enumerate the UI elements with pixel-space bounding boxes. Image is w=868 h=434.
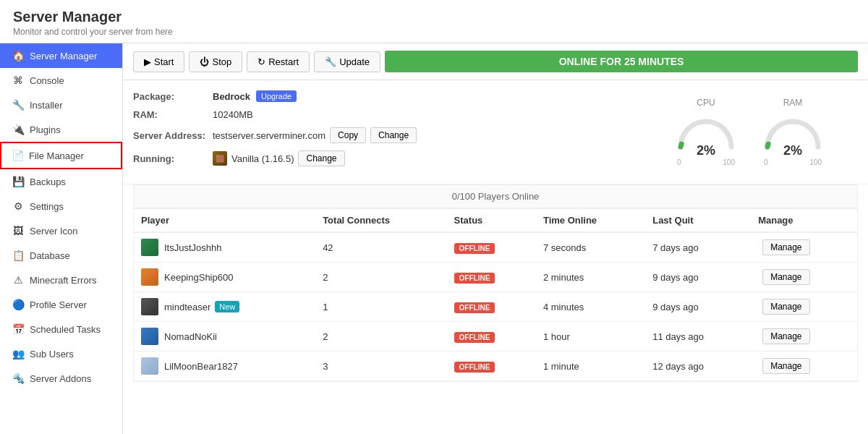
sidebar-item-settings[interactable]: ⚙Settings bbox=[0, 194, 122, 218]
status-cell: OFFLINE bbox=[447, 263, 536, 292]
sidebar-icon-server-icon: 🖼 bbox=[12, 225, 24, 237]
players-table-wrapper: Player Total Connects Status Time Online… bbox=[133, 208, 858, 382]
col-status: Status bbox=[447, 209, 536, 232]
player-avatar bbox=[141, 328, 158, 345]
sidebar-icon-backups: 💾 bbox=[12, 176, 24, 187]
sidebar-item-server-icon[interactable]: 🖼Server Icon bbox=[0, 218, 122, 243]
sidebar-label-backups: Backups bbox=[30, 176, 66, 187]
sidebar-label-server-icon: Server Icon bbox=[30, 226, 77, 237]
address-row: Server Address: testserver.serverminer.c… bbox=[133, 127, 626, 143]
restart-button[interactable]: ↻ Restart bbox=[247, 51, 310, 72]
start-icon: ▶ bbox=[144, 56, 151, 67]
sidebar-icon-server-manager: 🏠 bbox=[12, 50, 24, 61]
sidebar-icon-settings: ⚙ bbox=[12, 200, 24, 212]
package-row: Package: Bedrock Upgrade bbox=[133, 90, 626, 102]
sidebar: 🏠Server Manager⌘Console🔧Installer🔌Plugin… bbox=[0, 43, 123, 434]
manage-button[interactable]: Manage bbox=[762, 239, 809, 255]
table-row: KeepingShip600 2 OFFLINE 2 minutes 9 day… bbox=[134, 263, 857, 292]
player-cell: ItsJustJoshhh bbox=[134, 232, 315, 263]
sidebar-icon-scheduled-tasks: 📅 bbox=[12, 323, 24, 335]
players-tbody: ItsJustJoshhh 42 OFFLINE 7 seconds 7 day… bbox=[134, 232, 857, 381]
player-cell: LilMoonBear1827 bbox=[134, 352, 315, 381]
status-bar: ONLINE FOR 25 MINUTES bbox=[385, 51, 858, 72]
status-cell: OFFLINE bbox=[447, 292, 536, 322]
connects-cell: 2 bbox=[315, 322, 446, 352]
manage-cell: Manage bbox=[751, 292, 857, 322]
connects-cell: 42 bbox=[315, 232, 446, 263]
sidebar-item-profile-server[interactable]: 🔵Profile Server bbox=[0, 292, 122, 317]
sidebar-icon-server-addons: 🔩 bbox=[12, 373, 24, 384]
sidebar-label-profile-server: Profile Server bbox=[30, 299, 87, 310]
content-area: ▶ Start ⏻ Stop ↻ Restart 🔧 Update ONLINE… bbox=[123, 43, 868, 434]
toolbar: ▶ Start ⏻ Stop ↻ Restart 🔧 Update ONLINE… bbox=[123, 43, 868, 80]
player-name: NomadNoKii bbox=[164, 331, 217, 342]
player-avatar bbox=[141, 268, 158, 286]
table-row: ItsJustJoshhh 42 OFFLINE 7 seconds 7 day… bbox=[134, 232, 857, 263]
status-cell: OFFLINE bbox=[447, 322, 536, 352]
manage-button[interactable]: Manage bbox=[762, 299, 809, 315]
sidebar-icon-plugins: 🔌 bbox=[12, 124, 24, 135]
status-badge: OFFLINE bbox=[454, 362, 495, 373]
sidebar-item-database[interactable]: 📋Database bbox=[0, 243, 122, 268]
table-row: NomadNoKii 2 OFFLINE 1 hour 11 days ago … bbox=[134, 322, 857, 352]
col-time: Time Online bbox=[536, 209, 645, 232]
sidebar-label-console: Console bbox=[30, 75, 64, 86]
player-name: KeepingShip600 bbox=[164, 272, 233, 283]
status-badge: OFFLINE bbox=[454, 332, 495, 343]
connects-cell: 2 bbox=[315, 263, 446, 292]
start-button[interactable]: ▶ Start bbox=[133, 51, 184, 72]
sidebar-label-file-manager: File Manager bbox=[29, 150, 84, 161]
status-cell: OFFLINE bbox=[447, 232, 536, 263]
players-section: 0/100 Players Online Player Total Connec… bbox=[123, 184, 868, 392]
sidebar-label-settings: Settings bbox=[30, 201, 64, 212]
time-cell: 1 minute bbox=[536, 352, 645, 381]
copy-button[interactable]: Copy bbox=[330, 127, 366, 143]
sidebar-item-scheduled-tasks[interactable]: 📅Scheduled Tasks bbox=[0, 317, 122, 341]
manage-button[interactable]: Manage bbox=[762, 269, 809, 285]
status-badge: OFFLINE bbox=[454, 302, 495, 313]
col-quit: Last Quit bbox=[645, 209, 751, 232]
time-cell: 1 hour bbox=[536, 322, 645, 352]
sidebar-icon-profile-server: 🔵 bbox=[12, 299, 24, 310]
sidebar-icon-minecraft-errors: ⚠ bbox=[12, 274, 24, 286]
sidebar-item-server-addons[interactable]: 🔩Server Addons bbox=[0, 366, 122, 391]
page-title: Server Manager bbox=[13, 9, 855, 25]
time-cell: 4 minutes bbox=[536, 292, 645, 322]
player-cell: NomadNoKii bbox=[134, 322, 315, 352]
sidebar-item-installer[interactable]: 🔧Installer bbox=[0, 93, 122, 117]
quit-cell: 12 days ago bbox=[645, 352, 751, 381]
sidebar-label-installer: Installer bbox=[30, 100, 63, 111]
col-connects: Total Connects bbox=[315, 209, 446, 232]
status-badge: OFFLINE bbox=[454, 243, 495, 254]
sidebar-item-file-manager[interactable]: 📄File Manager bbox=[0, 142, 122, 169]
col-player: Player bbox=[134, 209, 315, 232]
quit-cell: 9 days ago bbox=[645, 263, 751, 292]
change-address-button[interactable]: Change bbox=[370, 127, 417, 143]
sidebar-item-minecraft-errors[interactable]: ⚠Minecraft Errors bbox=[0, 268, 122, 292]
sidebar-icon-sub-users: 👥 bbox=[12, 348, 24, 359]
stop-icon: ⏻ bbox=[200, 56, 209, 67]
table-header: Player Total Connects Status Time Online… bbox=[134, 209, 857, 232]
sidebar-item-console[interactable]: ⌘Console bbox=[0, 68, 122, 93]
player-avatar bbox=[141, 298, 158, 315]
player-avatar bbox=[141, 357, 158, 375]
change-version-button[interactable]: Change bbox=[298, 150, 344, 166]
ram-row: RAM: 10240MB bbox=[133, 109, 626, 120]
manage-cell: Manage bbox=[751, 322, 857, 352]
sidebar-icon-console: ⌘ bbox=[12, 75, 24, 86]
player-cell: mindteaser New bbox=[134, 292, 315, 322]
sidebar-icon-installer: 🔧 bbox=[12, 99, 24, 111]
sidebar-item-backups[interactable]: 💾Backups bbox=[0, 169, 122, 194]
manage-button[interactable]: Manage bbox=[762, 328, 809, 344]
sidebar-item-sub-users[interactable]: 👥Sub Users bbox=[0, 341, 122, 366]
status-badge: OFFLINE bbox=[454, 273, 495, 284]
minecraft-icon: 🟫 bbox=[213, 151, 227, 166]
sidebar-label-scheduled-tasks: Scheduled Tasks bbox=[30, 324, 101, 335]
sidebar-label-sub-users: Sub Users bbox=[30, 349, 74, 359]
sidebar-item-server-manager[interactable]: 🏠Server Manager bbox=[0, 43, 122, 68]
update-button[interactable]: 🔧 Update bbox=[314, 51, 380, 72]
upgrade-badge[interactable]: Upgrade bbox=[256, 90, 297, 102]
sidebar-item-plugins[interactable]: 🔌Plugins bbox=[0, 117, 122, 142]
stop-button[interactable]: ⏻ Stop bbox=[189, 51, 242, 72]
manage-button[interactable]: Manage bbox=[762, 358, 809, 374]
